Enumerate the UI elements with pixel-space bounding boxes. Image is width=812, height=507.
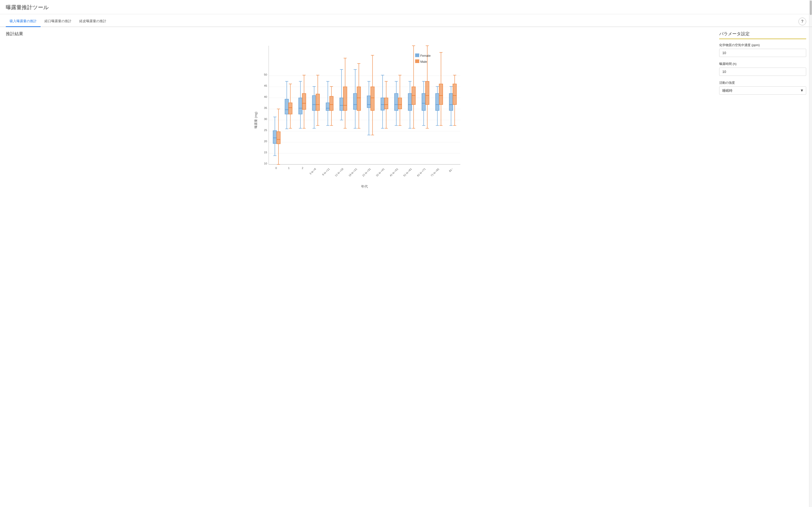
tab-inhalation[interactable]: 吸入曝露量の推計 — [6, 16, 41, 27]
activity-label: 活動の強度 — [719, 80, 806, 85]
svg-text:Male: Male — [420, 60, 427, 63]
boxplot-male-3 — [316, 75, 319, 125]
svg-rect-97 — [353, 94, 357, 109]
svg-text:11 to <16: 11 to <16 — [334, 167, 344, 177]
svg-rect-187 — [453, 84, 457, 105]
exposure-time-label: 曝露時間 (h) — [719, 62, 806, 66]
svg-text:年代: 年代 — [361, 184, 368, 188]
app-title: 曝露量推計ツール — [6, 4, 806, 11]
svg-text:1: 1 — [288, 167, 290, 169]
main-content: 推計結果 10 15 20 25 30 35 40 45 50 曝露量 (mg) — [0, 27, 812, 194]
sidebar: パラメータ設定 化学物質の空気中濃度 (ppm) 曝露時間 (h) 活動の強度 … — [719, 31, 806, 190]
boxplot-male-10 — [412, 46, 415, 128]
svg-rect-175 — [439, 84, 443, 105]
activity-select-wrapper: 睡眠時 安静時 軽作業時 中作業時 重作業時 ▼ — [719, 87, 806, 95]
chart-container: 10 15 20 25 30 35 40 45 50 曝露量 (mg) — [6, 41, 713, 190]
svg-rect-31 — [277, 131, 280, 144]
concentration-label: 化学物質の空気中濃度 (ppm) — [719, 43, 806, 47]
boxplot-male-6 — [357, 63, 361, 128]
svg-rect-25 — [273, 131, 277, 144]
activity-select[interactable]: 睡眠時 安静時 軽作業時 中作業時 重作業時 — [719, 87, 806, 95]
svg-text:10: 10 — [264, 162, 267, 165]
boxplot-male-8 — [385, 81, 388, 128]
svg-text:3 to <6: 3 to <6 — [309, 167, 317, 175]
svg-text:15: 15 — [264, 151, 267, 154]
boxplot-female-6 — [353, 69, 357, 128]
boxplot-male-11 — [425, 46, 429, 128]
boxplot-female-9 — [394, 81, 398, 125]
boxplot-female-4 — [326, 81, 329, 125]
svg-rect-43 — [289, 103, 292, 114]
boxplot-male-5 — [343, 58, 347, 128]
legend-male-box — [415, 59, 419, 63]
svg-text:0: 0 — [275, 167, 277, 169]
help-button[interactable]: ? — [799, 18, 806, 25]
svg-text:71 to <81: 71 to <81 — [430, 167, 440, 177]
boxplot-female-1 — [285, 81, 289, 129]
svg-rect-115 — [371, 87, 374, 110]
svg-rect-67 — [316, 94, 319, 110]
boxplot-male-0 — [277, 109, 280, 164]
boxplot-female-5 — [340, 69, 343, 120]
svg-text:Female: Female — [420, 54, 430, 57]
svg-text:曝露量 (mg): 曝露量 (mg) — [254, 112, 258, 128]
tab-oral[interactable]: 経口曝露量の推計 — [41, 16, 75, 27]
svg-rect-85 — [340, 98, 343, 110]
boxplot-male-1 — [289, 84, 292, 128]
svg-text:35: 35 — [264, 106, 267, 109]
svg-text:51 to <61: 51 to <61 — [403, 167, 412, 177]
scrollbar[interactable] — [809, 0, 812, 194]
boxplot-female-3 — [312, 87, 316, 128]
svg-text:20: 20 — [264, 139, 267, 143]
svg-text:41 to <51: 41 to <51 — [389, 167, 399, 177]
boxplot-female-11 — [422, 81, 425, 125]
boxplot-female-7 — [367, 81, 371, 135]
svg-rect-49 — [299, 98, 302, 114]
svg-text:40: 40 — [264, 95, 267, 98]
svg-rect-55 — [302, 94, 306, 109]
boxplot-female-2 — [299, 81, 302, 128]
boxplot-male-12 — [439, 52, 443, 125]
svg-rect-37 — [285, 99, 289, 114]
exposure-time-input[interactable] — [719, 68, 806, 76]
svg-rect-181 — [449, 94, 453, 111]
boxplot-female-13 — [449, 87, 453, 125]
legend-female-box — [415, 53, 419, 57]
svg-rect-79 — [329, 96, 333, 111]
svg-text:81~: 81~ — [448, 167, 453, 172]
svg-rect-157 — [422, 94, 425, 111]
svg-rect-127 — [385, 98, 388, 109]
scrollbar-thumb[interactable] — [810, 0, 812, 15]
svg-rect-169 — [436, 94, 439, 111]
boxplot-male-2 — [302, 75, 306, 128]
param-concentration: 化学物質の空気中濃度 (ppm) — [719, 43, 806, 57]
svg-text:50: 50 — [264, 73, 267, 76]
concentration-input[interactable] — [719, 49, 806, 57]
svg-rect-133 — [394, 94, 398, 111]
param-exposure-time: 曝露時間 (h) — [719, 62, 806, 76]
svg-rect-163 — [425, 81, 429, 105]
tab-dermal[interactable]: 経皮曝露量の推計 — [75, 16, 110, 27]
chart-section: 推計結果 10 15 20 25 30 35 40 45 50 曝露量 (mg) — [6, 31, 713, 190]
svg-text:45: 45 — [264, 84, 267, 87]
svg-text:6 to <11: 6 to <11 — [322, 167, 331, 176]
boxplot-female-0 — [273, 117, 277, 156]
svg-text:21 to <31: 21 to <31 — [361, 167, 371, 177]
svg-rect-91 — [343, 87, 347, 110]
svg-text:61 to <71: 61 to <71 — [416, 167, 426, 177]
boxplot-male-13 — [453, 75, 457, 125]
svg-rect-139 — [398, 98, 402, 109]
svg-rect-73 — [326, 103, 329, 111]
boxplot-male-9 — [398, 75, 402, 125]
sidebar-title: パラメータ設定 — [719, 31, 806, 39]
svg-rect-121 — [381, 98, 385, 110]
svg-rect-61 — [312, 96, 316, 111]
svg-text:25: 25 — [264, 128, 267, 131]
boxplot-male-4 — [329, 87, 333, 125]
chart-svg: 10 15 20 25 30 35 40 45 50 曝露量 (mg) — [6, 41, 713, 190]
param-activity: 活動の強度 睡眠時 安静時 軽作業時 中作業時 重作業時 ▼ — [719, 80, 806, 95]
svg-text:2: 2 — [302, 167, 303, 169]
svg-text:31 to <41: 31 to <41 — [375, 167, 385, 177]
boxplot-male-7 — [371, 55, 374, 135]
chart-section-title: 推計結果 — [6, 31, 713, 37]
